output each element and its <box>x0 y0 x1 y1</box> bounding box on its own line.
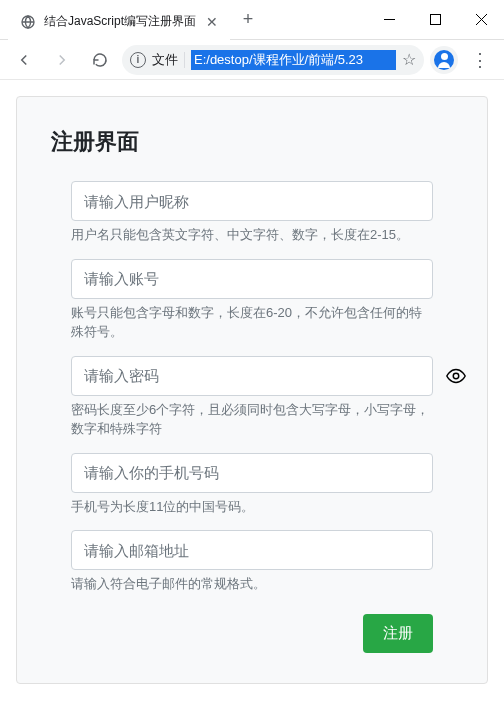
address-separator <box>184 52 185 68</box>
back-button[interactable] <box>8 44 40 76</box>
globe-icon <box>20 14 36 30</box>
nickname-group: 用户名只能包含英文字符、中文字符、数字，长度在2-15。 <box>51 181 453 245</box>
account-hint: 账号只能包含字母和数字，长度在6-20，不允许包含任何的特殊符号。 <box>71 303 433 342</box>
new-tab-button[interactable]: + <box>234 6 262 34</box>
email-group: 请输入符合电子邮件的常规格式。 <box>51 530 453 594</box>
email-input[interactable] <box>71 530 433 570</box>
window-controls <box>366 0 504 39</box>
avatar-icon <box>434 50 454 70</box>
nickname-hint: 用户名只能包含英文字符、中文字符、数字，长度在2-15。 <box>71 225 433 245</box>
password-group: 密码长度至少6个字符，且必须同时包含大写字母，小写字母，数字和特殊字符 <box>51 356 453 439</box>
site-info-icon[interactable]: i <box>130 52 146 68</box>
svg-point-2 <box>453 373 459 379</box>
reload-button[interactable] <box>84 44 116 76</box>
phone-group: 手机号为长度11位的中国号码。 <box>51 453 453 517</box>
forward-button[interactable] <box>46 44 78 76</box>
submit-button[interactable]: 注册 <box>363 614 433 653</box>
minimize-button[interactable] <box>366 0 412 39</box>
registration-card: 注册界面 用户名只能包含英文字符、中文字符、数字，长度在2-15。 账号只能包含… <box>16 96 488 684</box>
page-title: 注册界面 <box>51 127 453 157</box>
email-hint: 请输入符合电子邮件的常规格式。 <box>71 574 433 594</box>
close-window-button[interactable] <box>458 0 504 39</box>
address-bar[interactable]: i 文件 E:/destop/课程作业/前端/5.23 ☆ <box>122 45 424 75</box>
phone-input[interactable] <box>71 453 433 493</box>
form-footer: 注册 <box>51 614 453 653</box>
maximize-button[interactable] <box>412 0 458 39</box>
svg-rect-1 <box>430 15 440 25</box>
account-input[interactable] <box>71 259 433 299</box>
nickname-input[interactable] <box>71 181 433 221</box>
bookmark-star-icon[interactable]: ☆ <box>402 50 416 69</box>
address-url: E:/destop/课程作业/前端/5.23 <box>191 50 396 70</box>
account-group: 账号只能包含字母和数字，长度在6-20，不允许包含任何的特殊符号。 <box>51 259 453 342</box>
page-content: 注册界面 用户名只能包含英文字符、中文字符、数字，长度在2-15。 账号只能包含… <box>0 80 504 700</box>
browser-tab[interactable]: 结合JavaScript编写注册界面 ✕ <box>8 4 230 40</box>
browser-toolbar: i 文件 E:/destop/课程作业/前端/5.23 ☆ ⋮ <box>0 40 504 80</box>
password-hint: 密码长度至少6个字符，且必须同时包含大写字母，小写字母，数字和特殊字符 <box>71 400 433 439</box>
close-tab-icon[interactable]: ✕ <box>204 14 220 30</box>
phone-hint: 手机号为长度11位的中国号码。 <box>71 497 433 517</box>
menu-button[interactable]: ⋮ <box>464 49 496 71</box>
password-input[interactable] <box>71 356 433 396</box>
tab-title: 结合JavaScript编写注册界面 <box>44 13 196 30</box>
address-scheme-label: 文件 <box>152 51 178 69</box>
eye-icon <box>445 365 467 387</box>
window-titlebar: 结合JavaScript编写注册界面 ✕ + <box>0 0 504 40</box>
toggle-password-visibility[interactable] <box>445 365 467 387</box>
profile-avatar[interactable] <box>430 46 458 74</box>
